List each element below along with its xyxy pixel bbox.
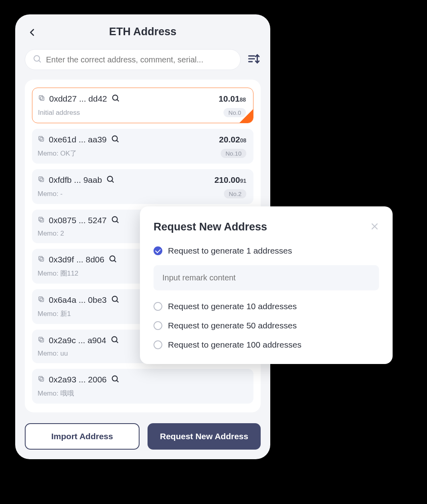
radio-unchecked-icon[interactable] [154, 321, 162, 330]
magnify-icon[interactable] [111, 374, 120, 385]
svg-rect-11 [39, 136, 42, 140]
memo-text: Memo: - [38, 190, 62, 198]
generate-option[interactable]: Request to generate 50 addresses [154, 321, 379, 330]
svg-point-28 [112, 296, 117, 302]
svg-rect-26 [40, 298, 44, 302]
radio-unchecked-icon[interactable] [154, 340, 162, 349]
search-icon [32, 54, 42, 65]
address-item[interactable]: 0xfdfb ... 9aab210.0091Memo: -No.2 [32, 169, 253, 204]
magnify-icon[interactable] [111, 295, 120, 305]
request-new-address-modal: Request New Address Request to generate … [140, 206, 393, 364]
address-text: 0x3d9f ... 8d06 [49, 255, 104, 264]
svg-point-32 [112, 337, 117, 342]
address-text: 0x2a93 ... 2006 [49, 375, 107, 384]
address-item[interactable]: 0xe61d ... aa3920.0208Memo: OK了No.10 [32, 129, 253, 164]
svg-line-13 [116, 140, 118, 142]
svg-rect-31 [39, 337, 42, 341]
generate-option[interactable]: Request to generate 1 addresses [154, 246, 379, 256]
radio-unchecked-icon[interactable] [154, 302, 162, 311]
svg-line-29 [116, 301, 118, 303]
page-title: ETH Address [109, 26, 177, 38]
address-item[interactable]: 0x2a93 ... 2006Memo: 哦哦 [32, 369, 253, 404]
memo-text: Memo: OK了 [38, 149, 77, 158]
svg-point-36 [112, 376, 117, 381]
address-item[interactable]: 0xdd27 ... dd4210.0188Initial addressNo.… [32, 88, 253, 123]
copy-icon[interactable] [38, 375, 45, 384]
memo-text: Memo: 新1 [38, 309, 71, 318]
remark-box[interactable] [154, 265, 379, 290]
address-text: 0xfdfb ... 9aab [49, 175, 102, 185]
magnify-icon[interactable] [108, 254, 117, 265]
option-label: Request to generate 1 addresses [168, 246, 292, 256]
svg-rect-35 [39, 376, 42, 380]
search-input[interactable] [46, 55, 233, 64]
import-address-button[interactable]: Import Address [25, 423, 140, 450]
back-button[interactable] [28, 26, 37, 40]
copy-icon[interactable] [38, 336, 45, 345]
address-text: 0x6a4a ... 0be3 [49, 295, 107, 305]
svg-line-37 [116, 380, 118, 382]
close-icon[interactable] [370, 222, 379, 232]
radio-checked-icon[interactable] [154, 246, 162, 255]
svg-rect-7 [39, 96, 43, 99]
generate-option[interactable]: Request to generate 100 addresses [154, 340, 379, 350]
request-new-address-button[interactable]: Request New Address [148, 423, 261, 450]
svg-point-12 [112, 136, 117, 141]
svg-rect-27 [39, 297, 42, 300]
memo-text: Memo: 2 [38, 230, 64, 238]
svg-point-16 [108, 176, 113, 182]
option-label: Request to generate 100 addresses [168, 340, 301, 350]
header: ETH Address [25, 26, 261, 38]
memo-text: Initial address [38, 109, 80, 117]
svg-point-20 [112, 217, 117, 222]
address-text: 0x2a9c ... a904 [49, 336, 106, 345]
balance: 210.0091 [214, 175, 246, 185]
magnify-icon[interactable] [106, 175, 115, 185]
balance: 10.0188 [219, 94, 246, 104]
copy-icon[interactable] [38, 135, 45, 144]
svg-rect-18 [40, 218, 44, 222]
memo-text: Memo: 圈112 [38, 269, 78, 278]
balance: 20.0208 [219, 135, 246, 144]
modal-title: Request New Address [154, 221, 267, 233]
svg-line-21 [116, 221, 118, 223]
magnify-icon[interactable] [111, 134, 120, 145]
generate-option[interactable]: Request to generate 10 addresses [154, 302, 379, 311]
address-text: 0x0875 ... 5247 [49, 216, 107, 225]
copy-icon[interactable] [38, 255, 45, 264]
svg-line-25 [114, 260, 116, 262]
search-row [25, 49, 261, 70]
index-badge: No.10 [221, 149, 246, 158]
remark-input[interactable] [162, 273, 370, 282]
modal-header: Request New Address [154, 221, 379, 233]
svg-rect-23 [39, 256, 42, 260]
search-box[interactable] [25, 49, 241, 70]
option-label: Request to generate 50 addresses [168, 321, 297, 330]
memo-text: Memo: 哦哦 [38, 389, 74, 398]
memo-text: Memo: uu [38, 350, 68, 358]
magnify-icon[interactable] [111, 215, 120, 226]
copy-icon[interactable] [38, 176, 45, 184]
address-text: 0xdd27 ... dd42 [49, 94, 107, 104]
svg-point-8 [112, 95, 118, 100]
bottom-bar: Import Address Request New Address [25, 418, 261, 450]
magnify-icon[interactable] [110, 335, 119, 346]
svg-rect-30 [40, 338, 44, 342]
svg-line-17 [112, 181, 114, 183]
svg-rect-6 [40, 97, 44, 100]
copy-icon[interactable] [38, 216, 45, 225]
address-text: 0xe61d ... aa39 [49, 135, 107, 144]
sort-button[interactable] [247, 52, 261, 67]
svg-rect-10 [40, 138, 44, 141]
option-label: Request to generate 10 addresses [168, 302, 297, 311]
svg-rect-14 [40, 178, 44, 182]
svg-rect-19 [39, 217, 42, 221]
svg-line-1 [39, 60, 41, 62]
copy-icon[interactable] [38, 94, 45, 103]
copy-icon[interactable] [38, 296, 45, 304]
svg-point-0 [34, 56, 40, 61]
svg-line-33 [116, 341, 118, 343]
svg-line-9 [117, 100, 119, 102]
index-badge: No.2 [224, 189, 246, 198]
magnify-icon[interactable] [111, 94, 120, 104]
